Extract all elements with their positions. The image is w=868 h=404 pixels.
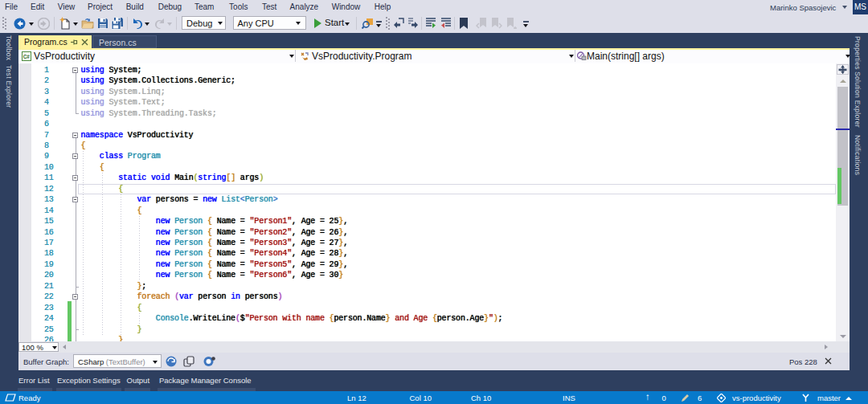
svg-text:C#: C# [23,54,31,59]
